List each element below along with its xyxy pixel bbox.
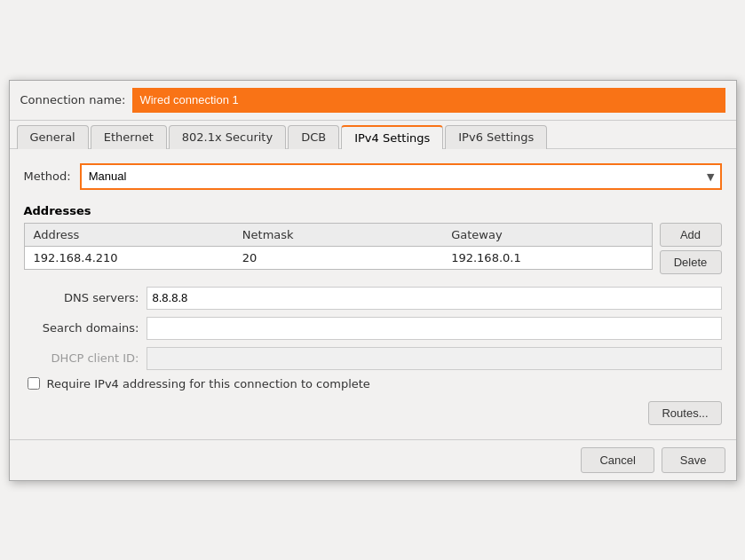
addresses-title: Addresses xyxy=(24,204,722,217)
addresses-container: Address Netmask Gateway 192.168.4.210 20… xyxy=(24,223,722,274)
dhcp-client-id-label: DHCP client ID: xyxy=(24,351,139,365)
ipv4-tab-content: Method: Manual Automatic (DHCP) Link-Loc… xyxy=(10,149,736,439)
col-gateway: Gateway xyxy=(442,224,651,246)
tab-8021x[interactable]: 802.1x Security xyxy=(169,125,286,149)
connection-name-input[interactable] xyxy=(132,88,725,113)
connection-name-row: Connection name: xyxy=(10,81,736,121)
col-address: Address xyxy=(25,224,234,246)
require-ipv4-checkbox[interactable] xyxy=(28,377,40,390)
cell-netmask: 20 xyxy=(234,247,442,269)
delete-button[interactable]: Delete xyxy=(660,250,722,274)
dns-servers-label: DNS servers: xyxy=(24,291,139,304)
connection-name-label: Connection name: xyxy=(20,93,126,106)
cell-gateway: 192.168.0.1 xyxy=(442,247,651,269)
tab-ipv6[interactable]: IPv6 Settings xyxy=(445,125,547,149)
network-settings-dialog: Connection name: General Ethernet 802.1x… xyxy=(9,80,737,481)
cell-address: 192.168.4.210 xyxy=(25,247,234,269)
add-button[interactable]: Add xyxy=(660,223,722,247)
tabs-bar: General Ethernet 802.1x Security DCB IPv… xyxy=(10,121,736,149)
dhcp-client-id-input[interactable] xyxy=(147,347,722,370)
dns-servers-input[interactable] xyxy=(147,287,722,310)
table-row[interactable]: 192.168.4.210 20 192.168.0.1 xyxy=(25,247,652,269)
table-header: Address Netmask Gateway xyxy=(25,224,652,247)
tab-ethernet[interactable]: Ethernet xyxy=(91,125,167,149)
method-select[interactable]: Manual Automatic (DHCP) Link-Local Only … xyxy=(80,163,722,190)
routes-button[interactable]: Routes... xyxy=(648,401,721,425)
addresses-section: Addresses Address Netmask Gateway 192.16… xyxy=(24,204,722,274)
method-select-wrapper: Manual Automatic (DHCP) Link-Local Only … xyxy=(80,163,722,190)
search-domains-input[interactable] xyxy=(147,317,722,340)
routes-row: Routes... xyxy=(24,401,722,425)
dns-servers-row: DNS servers: xyxy=(24,287,722,310)
addresses-table: Address Netmask Gateway 192.168.4.210 20… xyxy=(24,223,653,270)
dhcp-client-id-row: DHCP client ID: xyxy=(24,347,722,370)
dialog-footer: Cancel Save xyxy=(10,439,736,480)
cancel-button[interactable]: Cancel xyxy=(581,447,654,473)
method-row: Method: Manual Automatic (DHCP) Link-Loc… xyxy=(24,163,722,190)
tab-general[interactable]: General xyxy=(17,125,89,149)
search-domains-label: Search domains: xyxy=(24,321,139,335)
search-domains-row: Search domains: xyxy=(24,317,722,340)
require-ipv4-label: Require IPv4 addressing for this connect… xyxy=(47,377,370,390)
method-label: Method: xyxy=(24,170,71,183)
tab-dcb[interactable]: DCB xyxy=(288,125,339,149)
require-ipv4-row: Require IPv4 addressing for this connect… xyxy=(24,377,722,390)
addr-buttons: Add Delete xyxy=(660,223,722,274)
save-button[interactable]: Save xyxy=(662,447,725,473)
col-netmask: Netmask xyxy=(234,224,442,246)
tab-ipv4[interactable]: IPv4 Settings xyxy=(341,125,443,149)
